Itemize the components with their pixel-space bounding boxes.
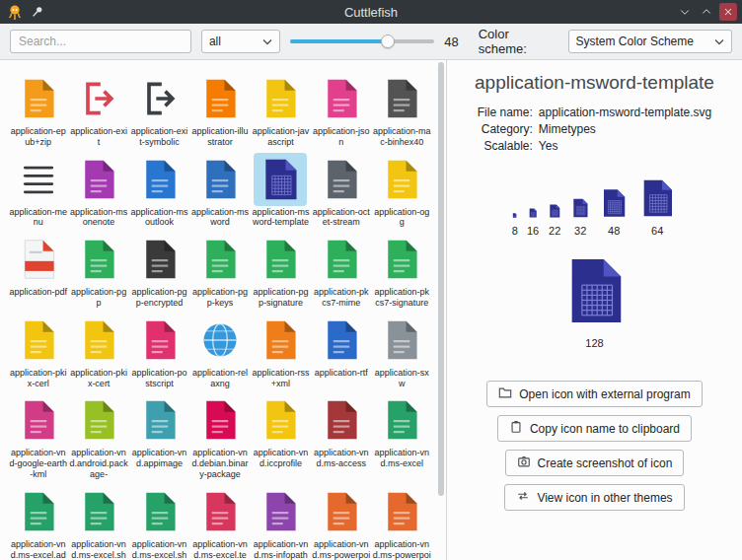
icon-label: application-vnd.ms-excel: [372, 448, 431, 469]
icon-grid-item[interactable]: application-octet-stream: [311, 153, 371, 229]
icon-grid-item[interactable]: application-vnd-google-earth-kml: [8, 393, 68, 479]
icon-grid-item[interactable]: application-vnd.ms-excel.addin.m: [8, 485, 68, 560]
icon-grid-item[interactable]: application-pdf: [8, 233, 68, 309]
icon-label: application-javascript: [251, 126, 310, 148]
view-other-themes-button[interactable]: View icon in other themes: [504, 484, 684, 511]
icon-grid-item[interactable]: application-exit: [68, 72, 128, 148]
icon-grid-item[interactable]: application-rss+xml: [251, 314, 311, 389]
application-pgp-icon: [72, 233, 125, 286]
icon-grid-item[interactable]: application-vnd.android.package-: [68, 393, 128, 479]
size-preview-22[interactable]: 22: [548, 204, 561, 237]
icon-label: application-vnd.ms-infopath: [251, 539, 310, 560]
application-pgp-signature-icon: [254, 233, 307, 286]
icon-grid-item[interactable]: application-exit-symbolic: [129, 72, 189, 148]
icon-grid-item[interactable]: application-pgp: [68, 233, 128, 309]
icon-grid-item[interactable]: application-vnd.debian.binary-package: [189, 393, 250, 479]
icon-grid-item[interactable]: application-sxw: [372, 314, 432, 389]
icon-label: application-vnd.ms-powerpoint: [312, 539, 371, 560]
button-label: View icon in other themes: [537, 491, 672, 505]
icon-grid-item[interactable]: application-pgp-signature: [251, 233, 311, 309]
icon-list-pane: application-epub+zip application-exit ap…: [0, 60, 447, 560]
icon-grid-item[interactable]: application-vnd.appimage: [129, 393, 189, 479]
icon-grid-item[interactable]: application-vnd.ms-excel.sheet.m: [129, 485, 189, 560]
size-preview-64[interactable]: 64: [637, 178, 677, 237]
window-title: Cuttlefish: [0, 5, 742, 20]
icon-label: application-vnd.android.package-: [69, 448, 128, 479]
icon-label: application-pgp-keys: [190, 287, 250, 309]
icon-grid-item[interactable]: application-json: [311, 72, 371, 148]
open-external-button[interactable]: Open icon with external program: [486, 381, 702, 407]
icon-grid-item[interactable]: application-msonenote: [68, 153, 128, 229]
color-scheme-dropdown[interactable]: System Color Scheme: [568, 30, 732, 53]
maximize-button[interactable]: [698, 3, 715, 21]
application-pkcs7-signature-icon: [375, 233, 428, 286]
icon-grid-item[interactable]: application-menu: [8, 153, 68, 229]
cuttlefish-window: Cuttlefish all 48 Color: [0, 0, 742, 560]
main-area: application-epub+zip application-exit ap…: [0, 60, 742, 560]
size-preview-label: 22: [549, 225, 560, 237]
icon-grid-item[interactable]: application-pgp-encrypted: [129, 233, 189, 309]
application-sxw-icon: [375, 314, 428, 367]
pin-icon[interactable]: [29, 3, 46, 21]
minimize-button[interactable]: [676, 3, 694, 21]
icon-label: application-msword: [190, 207, 250, 229]
application-postscript-icon: [133, 314, 186, 367]
category-filter-dropdown[interactable]: all: [201, 30, 280, 53]
icon-grid-item[interactable]: application-pkix-cert: [68, 314, 128, 389]
screenshot-button[interactable]: Create screenshot of icon: [505, 450, 685, 476]
slider-handle[interactable]: [381, 35, 395, 48]
size-preview-16[interactable]: 16: [527, 204, 539, 237]
size-preview-32[interactable]: 32: [570, 198, 590, 237]
copy-name-button[interactable]: Copy icon name to clipboard: [497, 415, 692, 442]
icon-details-pane: application-msword-template File name: a…: [447, 60, 742, 560]
icon-grid-item[interactable]: application-vnd.ms-infopath: [251, 485, 311, 560]
icon-grid-item[interactable]: application-illustrator: [189, 72, 250, 148]
size-preview-label: 64: [651, 225, 663, 237]
icon-grid-item[interactable]: application-ogg: [372, 153, 432, 229]
size-preview-8[interactable]: 8: [512, 204, 518, 237]
chevron-down-icon: [714, 35, 724, 48]
icon-grid-item[interactable]: application-vnd.ms-powerpoint: [311, 485, 371, 560]
icon-grid-item[interactable]: application-pkix-cerl: [8, 314, 68, 389]
size-preview-48[interactable]: 48: [599, 188, 629, 237]
icon-grid-item[interactable]: application-pkcs7-signature: [372, 233, 432, 309]
application-octet-stream-icon: [315, 153, 368, 206]
icon-grid-item[interactable]: application-vnd.ms-access: [311, 393, 371, 479]
application-vnd.ms-powerpoint-icon: [315, 485, 368, 538]
icon-grid-item[interactable]: application-vnd.ms-powerpoint.a: [372, 485, 432, 560]
application-rtf-icon: [315, 314, 368, 367]
icon-grid-item[interactable]: application-vnd.ms-excel.sheet.bi: [68, 485, 128, 560]
icon-label: application-exit: [69, 126, 128, 148]
large-preview-icon: [560, 256, 630, 329]
icon-grid-item[interactable]: application-vnd.ms-excel.templat: [189, 485, 250, 560]
icon-grid-item[interactable]: application-pgp-keys: [189, 233, 250, 309]
slider-fill: [290, 39, 389, 43]
icon-label: application-vnd.debian.binary-package: [190, 448, 250, 479]
icon-grid-item[interactable]: application-epub+zip: [8, 72, 68, 148]
icon-grid-item[interactable]: application-vnd.iccprofile: [251, 393, 311, 479]
application-rss+xml-icon: [254, 314, 307, 367]
application-vnd.ms-powerpoint.a-icon: [375, 485, 428, 538]
icon-grid: application-epub+zip application-exit ap…: [0, 60, 446, 560]
icon-grid-item[interactable]: application-msword-template: [251, 153, 311, 229]
icon-grid-item[interactable]: application-mac-binhex40: [372, 72, 432, 148]
icon-grid-item[interactable]: application-pkcs7-mime: [311, 233, 371, 309]
icon-grid-item[interactable]: application-vnd.ms-excel: [372, 393, 432, 479]
icon-properties: File name: application-msword-template.s…: [478, 105, 711, 153]
search-input[interactable]: [10, 30, 191, 53]
icon-grid-item[interactable]: application-msoutlook: [129, 153, 189, 229]
icon-grid-item[interactable]: application-msword: [189, 153, 250, 229]
icon-label: application-exit-symbolic: [130, 126, 189, 148]
app-icon[interactable]: [6, 3, 24, 21]
icon-label: application-vnd.iccprofile: [251, 448, 310, 469]
icon-size-slider[interactable]: [290, 30, 435, 53]
icon-grid-item[interactable]: application-rtf: [311, 314, 371, 389]
scrollbar-thumb[interactable]: [438, 62, 444, 496]
application-epub+zip-icon: [12, 72, 65, 125]
icon-title: application-msword-template: [475, 72, 714, 94]
icon-grid-item[interactable]: application-postscript: [129, 314, 189, 389]
icon-grid-item[interactable]: application-relaxng: [189, 314, 250, 389]
close-button[interactable]: [719, 3, 737, 21]
icon-grid-item[interactable]: application-javascript: [251, 72, 311, 148]
icon-label: application-ogg: [372, 207, 431, 229]
